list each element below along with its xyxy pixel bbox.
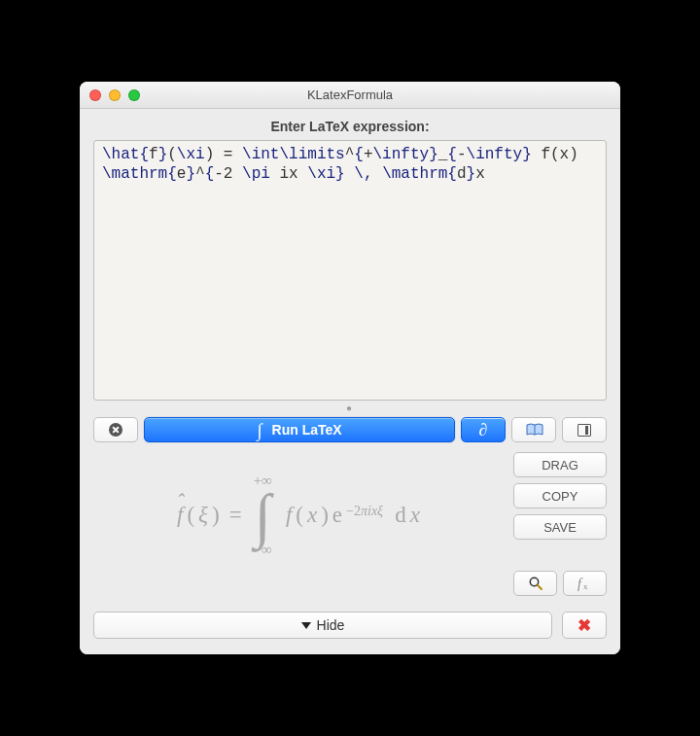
latex-input[interactable]: \hat{f}(\xi) = \int\limits^{+\infty}_{-\… xyxy=(93,140,607,401)
hide-label: Hide xyxy=(317,617,345,633)
fx-button[interactable]: fx xyxy=(563,571,607,596)
main-toolbar: ∫ Run LaTeX ∂ xyxy=(80,417,620,442)
close-icon: ✖ xyxy=(578,617,591,634)
integral-symbol-icon: ∫ xyxy=(255,490,271,542)
footer: Hide ✖ xyxy=(80,602,620,639)
quit-button[interactable]: ✖ xyxy=(562,612,607,639)
exponent: −2πixξ xyxy=(346,504,383,519)
formula-preview[interactable]: f(ξ) = +∞ ∫ −∞ f(x)e−2πixξ dx xyxy=(93,452,504,578)
magnifier-icon xyxy=(528,576,543,591)
library-button[interactable] xyxy=(511,417,556,442)
fx-icon: fx xyxy=(578,577,593,591)
book-icon xyxy=(526,423,542,437)
drag-button[interactable]: DRAG xyxy=(513,452,607,477)
close-window-button[interactable] xyxy=(89,89,101,101)
fullscreen-window-button[interactable] xyxy=(128,89,140,101)
titlebar[interactable]: KLatexFormula xyxy=(80,82,620,109)
clear-icon xyxy=(109,423,122,437)
run-latex-button[interactable]: ∫ Run LaTeX xyxy=(144,417,455,442)
preview-actions: DRAG COPY SAVE fx xyxy=(513,452,607,596)
panel-toggle-icon xyxy=(578,424,591,437)
content-area: Enter LaTeX expression: \hat{f}(\xi) = \… xyxy=(80,109,620,654)
minimize-window-button[interactable] xyxy=(109,89,121,101)
save-button[interactable]: SAVE xyxy=(513,514,607,540)
integral-icon: ∫ xyxy=(257,421,262,439)
integral-lower-limit: −∞ xyxy=(254,541,272,559)
preview-row: f(ξ) = +∞ ∫ −∞ f(x)e−2πixξ dx DRAG COPY … xyxy=(80,442,620,602)
hide-panel-button[interactable]: Hide xyxy=(93,612,552,639)
editor-resize-grip[interactable]: ● xyxy=(80,401,620,417)
zoom-button[interactable] xyxy=(513,571,557,596)
window-controls xyxy=(80,89,140,101)
app-window: KLatexFormula Enter LaTeX expression: \h… xyxy=(80,82,620,654)
rendered-formula: f(ξ) = +∞ ∫ −∞ f(x)e−2πixξ dx xyxy=(177,472,420,560)
svg-text:x: x xyxy=(583,581,588,591)
svg-line-1 xyxy=(538,585,542,589)
copy-button[interactable]: COPY xyxy=(513,483,607,508)
editor-container: \hat{f}(\xi) = \int\limits^{+\infty}_{-\… xyxy=(80,140,620,401)
window-title: KLatexFormula xyxy=(80,88,620,102)
chevron-down-icon xyxy=(301,622,311,629)
run-latex-label: Run LaTeX xyxy=(272,422,342,438)
editor-label: Enter LaTeX expression: xyxy=(80,109,620,140)
partial-icon: ∂ xyxy=(479,420,488,440)
toggle-side-panel-button[interactable] xyxy=(562,417,607,442)
symbol-palette-button[interactable]: ∂ xyxy=(461,417,506,442)
clear-button[interactable] xyxy=(93,417,138,442)
